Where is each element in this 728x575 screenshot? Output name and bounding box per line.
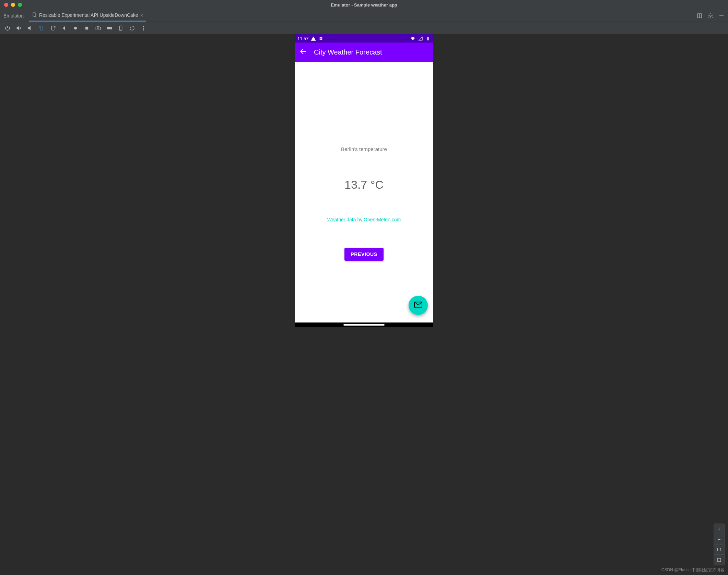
svg-point-17 (143, 30, 144, 30)
app-content: Berlin's temperature 13.7 °C Weather dat… (295, 62, 433, 322)
screenshot-icon[interactable] (95, 25, 102, 32)
svg-point-8 (74, 27, 77, 30)
close-window-button[interactable] (4, 3, 8, 7)
device-icon (32, 12, 37, 19)
device-frame: 11:57 A City Weather Forecast Berlin's t… (295, 34, 433, 327)
window-title: Emulator - Sample weather app (0, 2, 728, 8)
volume-up-icon[interactable] (15, 25, 22, 32)
svg-point-16 (143, 27, 144, 28)
maximize-window-button[interactable] (18, 3, 22, 7)
weather-data-link[interactable]: Weather data by Open-Meteo.com (327, 217, 401, 222)
zoom-panel: + − 1:1 (714, 524, 725, 565)
minimize-panel-icon[interactable] (718, 13, 725, 19)
emulator-tab[interactable]: Resizable Experimental API UpsideDownCak… (29, 10, 146, 22)
temperature-label: Berlin's temperature (341, 146, 387, 152)
minimize-window-button[interactable] (11, 3, 15, 7)
ide-tabbar: Emulator: Resizable Experimental API Ups… (0, 10, 728, 22)
mac-titlebar: Emulator - Sample weather app (0, 0, 728, 10)
window-controls (4, 3, 22, 7)
device-frame-icon[interactable] (117, 25, 124, 32)
record-icon[interactable] (106, 25, 113, 32)
svg-point-11 (97, 27, 99, 29)
back-icon[interactable] (61, 25, 68, 32)
svg-point-15 (143, 26, 144, 26)
tab-label: Resizable Experimental API UpsideDownCak… (39, 12, 138, 18)
home-icon[interactable] (72, 25, 79, 32)
warning-icon (311, 36, 316, 41)
svg-text:A: A (320, 37, 322, 40)
overview-icon[interactable] (83, 25, 90, 32)
svg-rect-21 (427, 36, 428, 37)
svg-rect-10 (96, 27, 101, 30)
svg-rect-20 (427, 37, 428, 40)
window-mode-icon[interactable] (696, 13, 703, 19)
zoom-actual-button[interactable]: 1:1 (714, 544, 724, 555)
android-navbar (295, 322, 433, 327)
fab-mail-button[interactable] (409, 296, 428, 315)
svg-point-4 (710, 15, 712, 16)
wifi-icon (410, 36, 415, 41)
volume-down-icon[interactable] (27, 25, 34, 32)
android-appbar: City Weather Forecast (295, 43, 433, 62)
svg-rect-22 (717, 558, 720, 561)
gear-icon[interactable] (707, 13, 714, 19)
temperature-value: 13.7 °C (344, 178, 384, 191)
zoom-in-button[interactable]: + (714, 524, 724, 534)
battery-icon (425, 36, 431, 41)
rotate-left-icon[interactable] (38, 25, 45, 32)
mail-icon (414, 300, 423, 310)
power-icon[interactable] (4, 25, 11, 32)
nav-handle[interactable] (343, 324, 385, 326)
previous-button[interactable]: PREVIOUS (344, 248, 383, 261)
svg-rect-7 (51, 26, 54, 30)
svg-rect-12 (107, 27, 110, 29)
app-back-button[interactable] (299, 47, 307, 57)
more-icon[interactable] (140, 25, 147, 32)
svg-rect-9 (85, 27, 88, 30)
snapshot-icon[interactable] (129, 25, 136, 32)
status-time: 11:57 (297, 36, 309, 41)
zoom-fit-button[interactable] (714, 555, 724, 565)
watermark: CSDN @Elastic 中国社区官方博客 (661, 567, 725, 573)
appbar-title: City Weather Forecast (314, 48, 382, 56)
device-toolbar (0, 22, 728, 34)
svg-rect-6 (40, 26, 43, 30)
zoom-out-button[interactable]: − (714, 534, 724, 544)
workspace: 11:57 A City Weather Forecast Berlin's t… (0, 34, 728, 575)
debug-icon: A (318, 36, 324, 41)
tabbar-right-controls (696, 10, 725, 22)
android-statusbar: 11:57 A (295, 34, 433, 43)
tabbar-label: Emulator: (3, 10, 26, 22)
rotate-right-icon[interactable] (49, 25, 56, 32)
signal-icon (418, 36, 423, 41)
close-tab-icon[interactable]: × (140, 12, 143, 18)
